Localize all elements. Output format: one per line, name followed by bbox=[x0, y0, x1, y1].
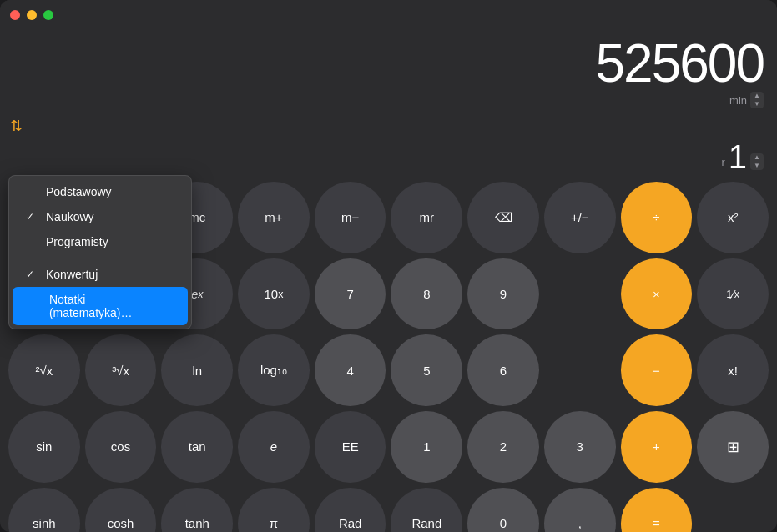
menu-item-programisty[interactable]: Programisty bbox=[9, 229, 191, 254]
maximize-button[interactable] bbox=[43, 10, 53, 20]
unit-row: min ▲ ▼ bbox=[13, 92, 764, 108]
checkmark-konwertuj: ✓ bbox=[26, 269, 39, 280]
zero-button[interactable]: 0 bbox=[467, 488, 539, 532]
rand-button[interactable]: Rand bbox=[391, 488, 462, 532]
ln-button[interactable]: ln bbox=[161, 334, 233, 406]
menu-label-naukowy: Naukowy bbox=[46, 210, 94, 223]
sort-row: ⇅ bbox=[0, 117, 777, 138]
factorial-button[interactable]: x! bbox=[697, 334, 769, 406]
backspace-button[interactable]: ⌫ bbox=[467, 182, 539, 253]
sort-icon[interactable]: ⇅ bbox=[10, 117, 23, 135]
main-display-row: 525600 bbox=[13, 37, 764, 90]
secondary-display: r 1 ▲ ▼ bbox=[0, 140, 777, 173]
secondary-value: 1 bbox=[729, 140, 747, 173]
x-squared-button[interactable]: x² bbox=[697, 182, 769, 253]
titlebar bbox=[0, 0, 777, 30]
calculator-icon-button[interactable]: ⊞ bbox=[697, 411, 769, 483]
tanh-button[interactable]: tanh bbox=[161, 488, 233, 532]
secondary-label: r bbox=[721, 156, 724, 168]
subtract-button[interactable]: − bbox=[621, 334, 693, 406]
close-button[interactable] bbox=[10, 10, 20, 20]
menu-separator bbox=[9, 258, 191, 258]
secondary-stepper[interactable]: ▲ ▼ bbox=[750, 153, 764, 170]
three-button[interactable]: 3 bbox=[544, 411, 616, 483]
cosh-button[interactable]: cosh bbox=[85, 488, 157, 532]
six-button[interactable]: 6 bbox=[467, 334, 539, 406]
menu-item-notatki[interactable]: Notatki (matematyka)… bbox=[13, 287, 188, 325]
equals-button[interactable]: = bbox=[621, 488, 693, 532]
traffic-lights bbox=[10, 10, 53, 20]
eight-button[interactable]: 8 bbox=[391, 258, 462, 330]
e-button[interactable]: e bbox=[238, 411, 310, 483]
menu-item-podstawowy[interactable]: Podstawowy bbox=[9, 179, 191, 204]
rad-button[interactable]: Rad bbox=[315, 488, 386, 532]
sin-button[interactable]: sin bbox=[8, 411, 80, 483]
ee-button[interactable]: EE bbox=[315, 411, 386, 483]
menu-item-naukowy[interactable]: ✓ Naukowy bbox=[9, 204, 191, 229]
log10-button[interactable]: log₁₀ bbox=[238, 334, 310, 406]
menu-label-konwertuj: Konwertuj bbox=[46, 268, 98, 281]
pi-button[interactable]: π bbox=[238, 488, 310, 532]
two-button[interactable]: 2 bbox=[467, 411, 539, 483]
comma-button[interactable]: , bbox=[544, 488, 616, 532]
five-button[interactable]: 5 bbox=[391, 334, 462, 406]
unit-label: min bbox=[729, 94, 747, 107]
cbrt-button[interactable]: ³√x bbox=[85, 334, 157, 406]
tan-button[interactable]: tan bbox=[161, 411, 233, 483]
divide-button[interactable]: ÷ bbox=[621, 182, 693, 253]
menu-item-konwertuj[interactable]: ✓ Konwertuj bbox=[9, 262, 191, 287]
nine-button[interactable]: 9 bbox=[467, 258, 539, 330]
one-over-x-button[interactable]: 1⁄x bbox=[697, 258, 769, 330]
menu-label-programisty: Programisty bbox=[46, 235, 108, 248]
seven-button[interactable]: 7 bbox=[315, 258, 386, 330]
one-button[interactable]: 1 bbox=[391, 411, 462, 483]
checkmark-naukowy: ✓ bbox=[26, 211, 39, 223]
menu-label-podstawowy: Podstawowy bbox=[46, 185, 112, 198]
menu-label-notatki: Notatki (matematyka)… bbox=[49, 293, 171, 319]
unit-stepper[interactable]: ▲ ▼ bbox=[750, 92, 764, 108]
sqrt-button[interactable]: ²√x bbox=[8, 334, 80, 406]
display-area: 525600 min ▲ ▼ bbox=[0, 30, 777, 117]
multiply-button[interactable]: × bbox=[621, 258, 693, 330]
add-button[interactable]: + bbox=[621, 411, 693, 483]
cos-button[interactable]: cos bbox=[85, 411, 157, 483]
sinh-button[interactable]: sinh bbox=[8, 488, 80, 532]
calculator-window: 525600 min ▲ ▼ ⇅ r 1 ▲ ▼ ( ) mc m+ m− mr… bbox=[0, 0, 777, 532]
ten-pow-x-button[interactable]: 10x bbox=[238, 258, 310, 330]
m-minus-button[interactable]: m− bbox=[315, 182, 386, 253]
dropdown-menu: Podstawowy ✓ Naukowy Programisty ✓ Konwe… bbox=[8, 175, 192, 329]
plus-minus-button[interactable]: +/− bbox=[544, 182, 616, 253]
m-plus-button[interactable]: m+ bbox=[238, 182, 310, 253]
minimize-button[interactable] bbox=[27, 10, 37, 20]
four-button[interactable]: 4 bbox=[315, 334, 386, 406]
mr-button[interactable]: mr bbox=[391, 182, 462, 253]
main-value: 525600 bbox=[595, 37, 764, 90]
